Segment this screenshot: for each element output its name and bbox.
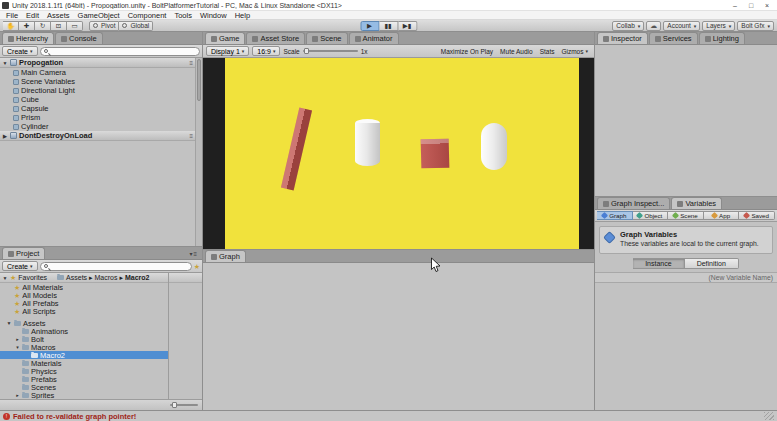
global-toggle-button[interactable]: Global (119, 21, 153, 31)
menubar-item[interactable]: GameObject (74, 11, 124, 20)
toolbar-right-group: Collab ☁ Account Layers Bolt Gfx (612, 21, 774, 31)
icon-size-slider[interactable] (170, 404, 198, 406)
hierarchy-item[interactable]: Directional Light (0, 86, 195, 95)
layers-dropdown[interactable]: Layers (702, 21, 735, 31)
scene-header-propogation[interactable]: Propogation (0, 58, 195, 68)
scale-tool[interactable]: ⊡ (51, 21, 67, 31)
collab-dropdown[interactable]: Collab (612, 21, 644, 31)
tab-variables[interactable]: Variables (671, 197, 722, 209)
menubar-item[interactable]: Window (196, 11, 231, 20)
minimize-button[interactable]: – (727, 2, 743, 9)
step-button[interactable]: ▶▮ (398, 21, 417, 31)
display-dropdown[interactable]: Display 1 (206, 46, 249, 56)
instance-mode-tab[interactable]: Instance (633, 258, 684, 269)
foldout-arrow-icon[interactable] (2, 275, 8, 281)
mute-audio-toggle[interactable]: Mute Audio (497, 46, 536, 56)
variables-scope-scene[interactable]: Scene (668, 211, 704, 220)
hierarchy-item[interactable]: Capsule (0, 104, 195, 113)
graph-canvas[interactable] (203, 263, 594, 410)
variables-scope-saved[interactable]: Saved (739, 211, 775, 220)
move-tool[interactable]: ✚ (19, 21, 35, 31)
aspect-dropdown[interactable]: 16:9 (252, 46, 280, 56)
menubar-item[interactable]: File (2, 11, 22, 20)
scene-menu-icon[interactable] (189, 133, 193, 139)
folder-macros[interactable]: ▾Macros (0, 343, 168, 351)
folder-animations[interactable]: Animations (0, 327, 168, 335)
hierarchy-item[interactable]: Cube (0, 95, 195, 104)
assets-root[interactable]: Assets (0, 319, 168, 327)
scale-slider[interactable] (303, 50, 358, 52)
maximize-button[interactable]: □ (743, 2, 759, 9)
tab-services[interactable]: Services (649, 32, 698, 44)
hierarchy-item[interactable]: Scene Variables (0, 77, 195, 86)
menubar-item[interactable]: Help (231, 11, 254, 20)
slider-thumb[interactable] (304, 48, 309, 54)
favorites-item[interactable]: All Scripts (0, 307, 168, 315)
tab-asset-store[interactable]: Asset Store (246, 32, 305, 44)
variables-scope-graph[interactable]: Graph (597, 211, 633, 220)
hierarchy-scrollbar[interactable] (195, 58, 202, 246)
folder-bolt[interactable]: ▸Bolt (0, 335, 168, 343)
breadcrumb-current: Macro2 (125, 274, 150, 281)
tab-hierarchy[interactable]: Hierarchy (2, 32, 54, 44)
close-button[interactable]: × (759, 2, 775, 9)
cloud-button[interactable]: ☁ (646, 21, 661, 31)
rotate-tool[interactable]: ↻ (35, 21, 51, 31)
scrollbar-thumb[interactable] (197, 59, 201, 101)
status-bar[interactable]: ! Failed to re-validate graph pointer! (0, 410, 777, 421)
project-create-button[interactable]: Create (2, 261, 38, 271)
slider-thumb[interactable] (172, 402, 177, 408)
hierarchy-search-input[interactable] (50, 47, 196, 55)
folder-prefabs[interactable]: Prefabs (0, 375, 168, 383)
asset-macro2[interactable]: Macro2 (0, 351, 168, 359)
gizmos-dropdown[interactable]: Gizmos (558, 46, 591, 56)
variables-scope-app[interactable]: App (704, 211, 740, 220)
resize-grip[interactable] (764, 412, 774, 420)
tab-scene[interactable]: Scene (306, 32, 347, 44)
folder-sprites[interactable]: ▸Sprites (0, 391, 168, 399)
breadcrumb[interactable]: Assets ▸ Macros ▸ Macro2 (57, 274, 149, 282)
menubar-item[interactable]: Edit (22, 11, 43, 20)
hierarchy-create-button[interactable]: Create (2, 46, 38, 56)
folder-physics[interactable]: Physics (0, 367, 168, 375)
account-dropdown[interactable]: Account (663, 21, 700, 31)
scene-header-dontdestroyonload[interactable]: DontDestroyOnLoad (0, 131, 195, 141)
tab-lighting[interactable]: Lighting (699, 32, 745, 44)
hierarchy-item[interactable]: Main Camera (0, 68, 195, 77)
foldout-arrow-icon[interactable] (2, 60, 8, 66)
tab-graph[interactable]: Graph (205, 250, 246, 262)
layout-dropdown[interactable]: Bolt Gfx (737, 21, 774, 31)
stats-toggle[interactable]: Stats (537, 46, 558, 56)
hierarchy-item[interactable]: Prism (0, 113, 195, 122)
menubar-item[interactable]: Component (124, 11, 171, 20)
definition-mode-tab[interactable]: Definition (685, 258, 739, 269)
hierarchy-item[interactable]: Cylinder (0, 122, 195, 131)
tab-animator[interactable]: Animator (349, 32, 399, 44)
tab-console[interactable]: Console (55, 32, 103, 44)
maximize-on-play-toggle[interactable]: Maximize On Play (438, 46, 496, 56)
tab-inspector[interactable]: Inspector (597, 32, 648, 44)
game-canvas[interactable] (225, 58, 579, 249)
folder-materials[interactable]: Materials (0, 359, 168, 367)
panel-menu-icon[interactable] (187, 250, 200, 257)
menubar-item[interactable]: Tools (170, 11, 196, 20)
variables-scope-object[interactable]: Object (633, 211, 669, 220)
favorite-star-icon[interactable] (194, 263, 200, 270)
tab-graph-inspector[interactable]: Graph Inspect... (597, 197, 670, 209)
folder-scenes[interactable]: Scenes (0, 383, 168, 391)
menubar-item[interactable]: Assets (43, 11, 74, 20)
pivot-toggle-button[interactable]: Pivot (89, 21, 119, 31)
new-variable-field[interactable]: (New Variable Name) (595, 272, 777, 283)
column-divider[interactable] (168, 273, 169, 399)
hand-tool[interactable]: ✋ (3, 21, 19, 31)
tab-project[interactable]: Project (2, 247, 45, 259)
play-button[interactable]: ▶ (360, 21, 379, 31)
tab-game[interactable]: Game (205, 32, 245, 44)
favorites-label[interactable]: Favorites (18, 274, 47, 281)
project-search-input[interactable] (50, 262, 188, 270)
pause-button[interactable]: ▮▮ (379, 21, 398, 31)
foldout-arrow-icon[interactable] (2, 133, 8, 139)
foldout-arrow-icon[interactable] (6, 320, 12, 326)
scene-menu-icon[interactable] (189, 60, 193, 66)
rect-tool[interactable]: ▭ (67, 21, 83, 31)
